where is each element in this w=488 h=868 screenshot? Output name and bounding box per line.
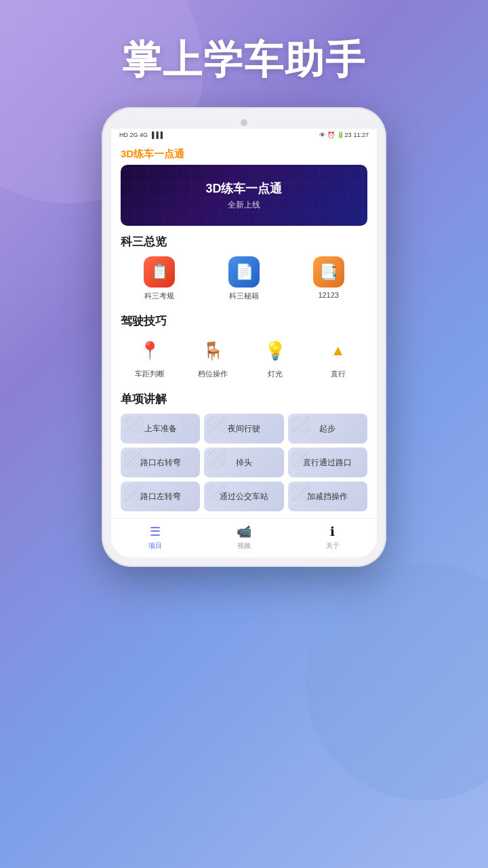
- lecture-item-0[interactable]: 上车准备: [121, 414, 200, 443]
- skills-title: 驾驶技巧: [121, 313, 367, 329]
- section-skills: 驾驶技巧 📍 车距判断 🪑 档位操作 💡 灯光: [111, 313, 377, 386]
- skills-grid: 📍 车距判断 🪑 档位操作 💡 灯光 ▲ 直行: [121, 336, 367, 379]
- skill-item-1[interactable]: 🪑 档位操作: [184, 336, 243, 379]
- overview-grid: 📋 科三考规 📄 科三秘籍 📑 12123: [121, 256, 367, 301]
- skill-icon-1: 🪑: [198, 336, 228, 366]
- lecture-item-7[interactable]: 通过公交车站: [204, 481, 283, 511]
- network-indicators: HD 2G 4G: [119, 132, 148, 138]
- lecture-item-3[interactable]: 路口右转弯: [121, 448, 200, 477]
- skill-icon-2: 💡: [260, 336, 290, 366]
- overview-item-0[interactable]: 📋 科三考规: [121, 256, 199, 301]
- banner-title: 3D练车一点通: [205, 180, 282, 197]
- battery: 🔋23: [337, 132, 351, 138]
- lecture-item-5[interactable]: 直行通过路口: [288, 448, 367, 477]
- page-title: 掌上学车助手: [108, 0, 380, 107]
- status-right: 👁 ⏰ 🔋23 11:27: [319, 132, 369, 138]
- nav-icon-1: 📹: [237, 524, 251, 539]
- bottom-nav: ☰ 项目 📹 视频 ℹ 关于: [111, 518, 377, 557]
- skill-item-0[interactable]: 📍 车距判断: [121, 336, 180, 379]
- nav-icon-0: ☰: [150, 524, 161, 539]
- banner-subtitle: 全新上线: [228, 199, 260, 211]
- overview-icon-0: 📋: [144, 256, 175, 288]
- banner[interactable]: 3D练车一点通 全新上线: [121, 165, 367, 226]
- lecture-item-2[interactable]: 起步: [288, 414, 367, 443]
- time: 11:27: [353, 132, 369, 138]
- overview-label-2: 12123: [318, 291, 339, 299]
- lecture-item-6[interactable]: 路口左转弯: [121, 481, 200, 511]
- overview-icon-2: 📑: [313, 256, 344, 288]
- section-lecture: 单项讲解 上车准备 夜间行驶 起步 路口右转弯 掉头 直行通过路口 路口左转弯 …: [111, 391, 377, 518]
- lecture-item-4[interactable]: 掉头: [204, 448, 283, 477]
- nav-label-0: 项目: [148, 541, 162, 551]
- logo-suffix: 一点通: [154, 148, 184, 159]
- skill-label-1: 档位操作: [198, 369, 228, 379]
- section-overview: 科三总览 📋 科三考规 📄 科三秘籍 📑 12123: [111, 234, 377, 308]
- logo-prefix: 3D练车: [121, 148, 154, 159]
- nav-item-2[interactable]: ℹ 关于: [288, 524, 377, 551]
- phone-camera-bar: [111, 119, 377, 126]
- signal-bars: ▐▐▐: [150, 132, 163, 138]
- status-bar: HD 2G 4G ▐▐▐ 👁 ⏰ 🔋23 11:27: [111, 129, 377, 141]
- app-logo: 3D练车一点通: [121, 148, 367, 161]
- overview-item-2[interactable]: 📑 12123: [289, 256, 367, 301]
- phone-mockup: HD 2G 4G ▐▐▐ 👁 ⏰ 🔋23 11:27 3D练车一点通 3D练车一…: [102, 107, 386, 636]
- skill-item-2[interactable]: 💡 灯光: [246, 336, 305, 379]
- nav-icon-2: ℹ: [330, 524, 335, 539]
- overview-title: 科三总览: [121, 234, 367, 250]
- skill-label-2: 灯光: [268, 369, 283, 379]
- status-left: HD 2G 4G ▐▐▐: [119, 132, 163, 138]
- overview-icon-1: 📄: [228, 256, 260, 288]
- nav-item-0[interactable]: ☰ 项目: [111, 524, 200, 551]
- camera-dot: [241, 119, 247, 126]
- lecture-title: 单项讲解: [121, 391, 367, 407]
- lecture-item-8[interactable]: 加减挡操作: [288, 481, 367, 511]
- overview-item-1[interactable]: 📄 科三秘籍: [205, 256, 283, 301]
- skill-label-3: 直行: [331, 369, 346, 379]
- overview-label-0: 科三考规: [144, 291, 174, 301]
- nav-label-2: 关于: [326, 541, 340, 551]
- lecture-grid: 上车准备 夜间行驶 起步 路口右转弯 掉头 直行通过路口 路口左转弯 通过公交车…: [121, 414, 367, 511]
- skill-item-3[interactable]: ▲ 直行: [309, 336, 368, 379]
- skill-label-0: 车距判断: [135, 369, 165, 379]
- lecture-item-1[interactable]: 夜间行驶: [204, 414, 283, 443]
- app-header: 3D练车一点通: [111, 141, 377, 165]
- skill-icon-0: 📍: [135, 336, 165, 366]
- nav-item-1[interactable]: 📹 视频: [200, 524, 289, 551]
- eye-icon: 👁: [319, 132, 325, 138]
- overview-label-1: 科三秘籍: [229, 291, 259, 301]
- phone-frame: HD 2G 4G ▐▐▐ 👁 ⏰ 🔋23 11:27 3D练车一点通 3D练车一…: [102, 107, 386, 567]
- skill-icon-3: ▲: [323, 336, 353, 366]
- app-content: 3D练车一点通 3D练车一点通 全新上线 科三总览 📋 科三考规 📄: [111, 141, 377, 557]
- alarm-icon: ⏰: [327, 132, 335, 138]
- nav-label-1: 视频: [237, 541, 251, 551]
